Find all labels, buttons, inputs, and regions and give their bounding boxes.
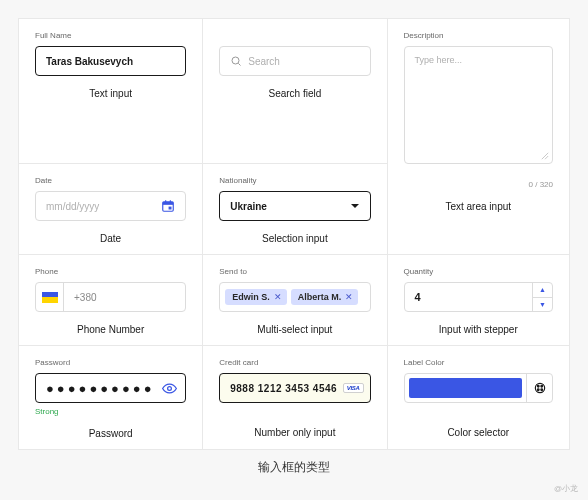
chip-edwin-remove[interactable]: ✕ — [274, 292, 282, 302]
password-strength: Strong — [35, 407, 186, 416]
input-types-grid: Full Name Taras Bakusevych Text input Se… — [18, 18, 570, 450]
chip-alberta-label: Alberta M. — [298, 292, 342, 302]
label-phone: Phone — [35, 267, 186, 276]
nationality-select[interactable]: Ukraine — [219, 191, 370, 221]
caption-search: Search field — [219, 88, 370, 99]
stepper-up-button[interactable]: ▲ — [533, 283, 552, 298]
fullname-value: Taras Bakusevych — [46, 56, 133, 67]
svg-point-12 — [537, 389, 539, 391]
password-field[interactable]: ●●●●●●●●●● — [35, 373, 186, 403]
search-icon — [230, 55, 242, 67]
fullname-field[interactable]: Taras Bakusevych — [35, 46, 186, 76]
password-masked: ●●●●●●●●●● — [46, 381, 155, 396]
description-field[interactable]: Type here... — [404, 46, 554, 164]
eye-icon[interactable] — [162, 381, 177, 396]
cell-fullname: Full Name Taras Bakusevych Text input — [19, 19, 203, 164]
cell-description-bottom: 0 / 320 Text area input — [388, 164, 570, 255]
description-charcount: 0 / 320 — [404, 180, 554, 189]
stepper-down-button[interactable]: ▼ — [533, 298, 552, 312]
caption-nationality: Selection input — [219, 233, 370, 244]
svg-point-9 — [537, 385, 539, 387]
chip-alberta: Alberta M. ✕ — [291, 289, 359, 305]
color-picker-icon — [533, 381, 547, 395]
caption-sendto: Multi-select input — [219, 324, 370, 335]
color-swatch — [409, 378, 523, 398]
cell-search: Search Search field — [203, 19, 387, 164]
cell-phone: Phone +380 Phone Number — [19, 255, 203, 346]
label-description: Description — [404, 31, 554, 40]
caption-color: Color selector — [404, 427, 554, 438]
country-flag-button[interactable] — [36, 283, 64, 311]
quantity-stepper[interactable]: 4 ▲ ▼ — [404, 282, 554, 312]
label-date: Date — [35, 176, 186, 185]
chevron-down-icon — [350, 203, 360, 209]
caption-date: Date — [35, 233, 186, 244]
search-input[interactable]: Search — [219, 46, 370, 76]
description-placeholder: Type here... — [415, 55, 463, 65]
cell-sendto: Send to Edwin S. ✕ Alberta M. ✕ Multi-se… — [203, 255, 387, 346]
label-creditcard: Credit card — [219, 358, 370, 367]
label-color: Label Color — [404, 358, 554, 367]
color-picker-button[interactable] — [526, 374, 552, 402]
date-placeholder: mm/dd/yyyy — [46, 201, 99, 212]
cell-color: Label Color Color selector — [388, 346, 570, 449]
color-field[interactable] — [404, 373, 554, 403]
svg-point-11 — [540, 389, 542, 391]
caption-quantity: Input with stepper — [404, 324, 554, 335]
svg-rect-6 — [169, 207, 172, 210]
cell-password: Password ●●●●●●●●●● Strong Password — [19, 346, 203, 449]
ukraine-flag-icon — [42, 292, 58, 303]
caption-creditcard: Number only input — [219, 427, 370, 438]
cell-quantity: Quantity 4 ▲ ▼ Input with stepper — [388, 255, 570, 346]
phone-field[interactable]: +380 — [35, 282, 186, 312]
phone-value: +380 — [64, 283, 185, 311]
attribution: @小龙 — [554, 483, 578, 494]
cell-nationality: Nationality Ukraine Selection input — [203, 164, 387, 255]
svg-point-0 — [232, 57, 239, 64]
cell-description: Description Type here... — [388, 19, 570, 164]
label-password: Password — [35, 358, 186, 367]
svg-point-8 — [535, 383, 544, 392]
creditcard-value: 9888 1212 3453 4546 — [230, 383, 337, 394]
calendar-icon[interactable] — [161, 199, 175, 213]
page-title: 输入框的类型 — [0, 459, 588, 476]
search-placeholder: Search — [248, 56, 280, 67]
caption-phone: Phone Number — [35, 324, 186, 335]
chip-edwin: Edwin S. ✕ — [225, 289, 287, 305]
resize-handle-icon[interactable] — [541, 152, 549, 160]
svg-point-7 — [168, 386, 172, 390]
label-fullname: Full Name — [35, 31, 186, 40]
visa-badge-icon: VISA — [343, 383, 364, 393]
date-field[interactable]: mm/dd/yyyy — [35, 191, 186, 221]
chip-alberta-remove[interactable]: ✕ — [345, 292, 353, 302]
creditcard-field[interactable]: 9888 1212 3453 4546 VISA — [219, 373, 370, 403]
svg-point-10 — [540, 385, 542, 387]
label-nationality: Nationality — [219, 176, 370, 185]
caption-password: Password — [35, 428, 186, 439]
sendto-field[interactable]: Edwin S. ✕ Alberta M. ✕ — [219, 282, 370, 312]
cell-creditcard: Credit card 9888 1212 3453 4546 VISA Num… — [203, 346, 387, 449]
svg-line-1 — [239, 63, 241, 65]
svg-rect-3 — [163, 202, 174, 205]
caption-description: Text area input — [404, 201, 554, 212]
quantity-value: 4 — [405, 283, 533, 311]
label-sendto: Send to — [219, 267, 370, 276]
label-quantity: Quantity — [404, 267, 554, 276]
stepper-buttons: ▲ ▼ — [532, 283, 552, 311]
caption-fullname: Text input — [35, 88, 186, 99]
cell-date: Date mm/dd/yyyy Date — [19, 164, 203, 255]
nationality-value: Ukraine — [230, 201, 267, 212]
chip-edwin-label: Edwin S. — [232, 292, 270, 302]
label-search-empty — [219, 31, 370, 40]
